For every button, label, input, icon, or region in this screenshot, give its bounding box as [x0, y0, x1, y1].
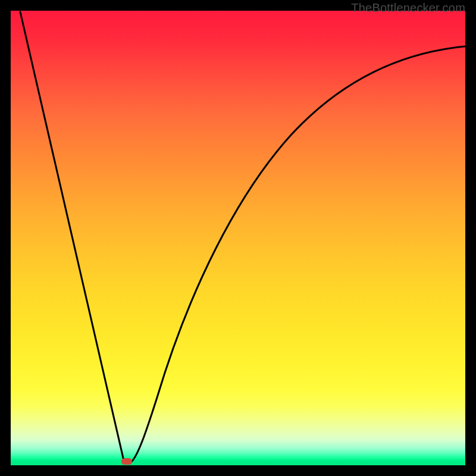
bottleneck-curve: [11, 11, 465, 465]
chart-frame: TheBottlenecker.com: [0, 0, 476, 476]
curve-path: [20, 12, 465, 463]
plot-area: [11, 11, 465, 465]
brand-label: TheBottlenecker.com: [351, 1, 465, 15]
optimum-marker: [121, 458, 132, 465]
